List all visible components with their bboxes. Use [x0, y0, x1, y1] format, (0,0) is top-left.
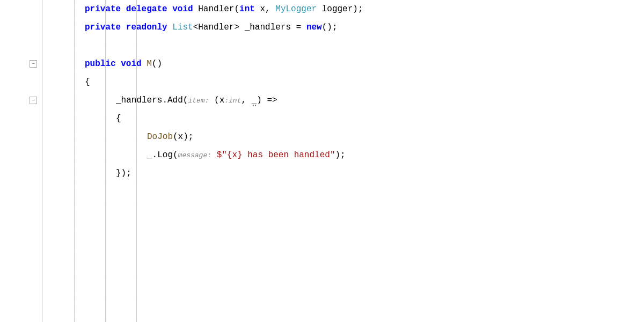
- code-hint: item:: [188, 97, 209, 105]
- gutter-row: [0, 164, 38, 182]
- code-token: new: [306, 23, 322, 32]
- code-token: int: [239, 4, 255, 14]
- code-token: (x);: [173, 132, 193, 142]
- code-token: void: [172, 4, 198, 14]
- code-token: ();: [322, 23, 338, 32]
- code-token: _: [252, 96, 257, 105]
- code-token: public: [85, 59, 121, 69]
- code-token: $"{x} has been handled": [217, 150, 335, 160]
- code-line: [54, 292, 644, 310]
- code-line: private readonly List<Handler> _handlers…: [54, 18, 644, 36]
- code-token: x,: [255, 4, 275, 14]
- code-token: <Handler> _handlers =: [193, 23, 306, 32]
- code-line: {: [54, 73, 644, 91]
- code-editor: − − private delegate void Handler(int x,…: [0, 0, 644, 322]
- gutter-row: [0, 73, 38, 91]
- gutter-row: [0, 182, 38, 201]
- gutter-row: [0, 274, 38, 292]
- code-token: });: [116, 169, 131, 178]
- code-token: readonly: [126, 23, 172, 32]
- gutter-row: [0, 219, 38, 237]
- code-line: [54, 36, 644, 55]
- code-token: private: [85, 4, 126, 14]
- code-line: _handlers.Add(item: (x:int, _) =>: [54, 91, 644, 109]
- code-line: _.Log(message: $"{x} has been handled");: [54, 146, 644, 164]
- code-token: delegate: [126, 4, 172, 14]
- code-token: Handler(: [198, 4, 239, 14]
- gutter-row: [0, 237, 38, 255]
- code-token: _handlers.Add(: [116, 96, 188, 105]
- code-line: private delegate void Handler(int x, MyL…: [54, 0, 644, 18]
- code-hint: message:: [178, 151, 211, 159]
- code-token: M: [147, 59, 152, 69]
- code-token: [211, 150, 217, 160]
- code-hint: :int: [224, 97, 241, 105]
- gutter-row: −: [0, 55, 38, 73]
- code-token: {: [116, 114, 121, 123]
- code-line: public void M(): [54, 55, 644, 73]
- code-token: {: [85, 77, 90, 87]
- gutter-row: [0, 0, 38, 18]
- code-token: ,: [241, 96, 251, 105]
- gutter-row: −: [0, 91, 38, 109]
- gutter-row: [0, 109, 38, 128]
- gutter-row: [0, 201, 38, 219]
- code-token: (x: [209, 96, 224, 105]
- code-token: DoJob: [147, 132, 173, 142]
- code-token: private: [85, 23, 126, 32]
- code-line: });: [54, 164, 644, 182]
- code-line: [54, 201, 644, 219]
- code-area: private delegate void Handler(int x, MyL…: [43, 0, 644, 322]
- gutter-row: [0, 146, 38, 164]
- gutter-row: [0, 18, 38, 36]
- gutter-row: [0, 36, 38, 55]
- code-token: List: [172, 23, 193, 32]
- collapse-button[interactable]: −: [30, 97, 37, 104]
- code-line: [54, 255, 644, 274]
- gutter-row: [0, 128, 38, 146]
- code-token: void: [121, 59, 147, 69]
- gutter-row: [0, 255, 38, 274]
- collapse-button[interactable]: −: [30, 60, 37, 68]
- gutter-row: [0, 292, 38, 310]
- code-line: [54, 274, 644, 292]
- code-line: {: [54, 109, 644, 128]
- code-line: [54, 182, 644, 201]
- code-token: MyLogger: [275, 4, 317, 14]
- code-line: [54, 237, 644, 255]
- code-token: ) =>: [257, 96, 277, 105]
- code-line: [54, 219, 644, 237]
- gutter: − −: [0, 0, 43, 322]
- code-line: DoJob(x);: [54, 128, 644, 146]
- code-token: logger);: [317, 4, 363, 14]
- code-token: (): [152, 59, 162, 69]
- code-token: _.Log(: [147, 150, 178, 160]
- code-token: );: [335, 150, 345, 160]
